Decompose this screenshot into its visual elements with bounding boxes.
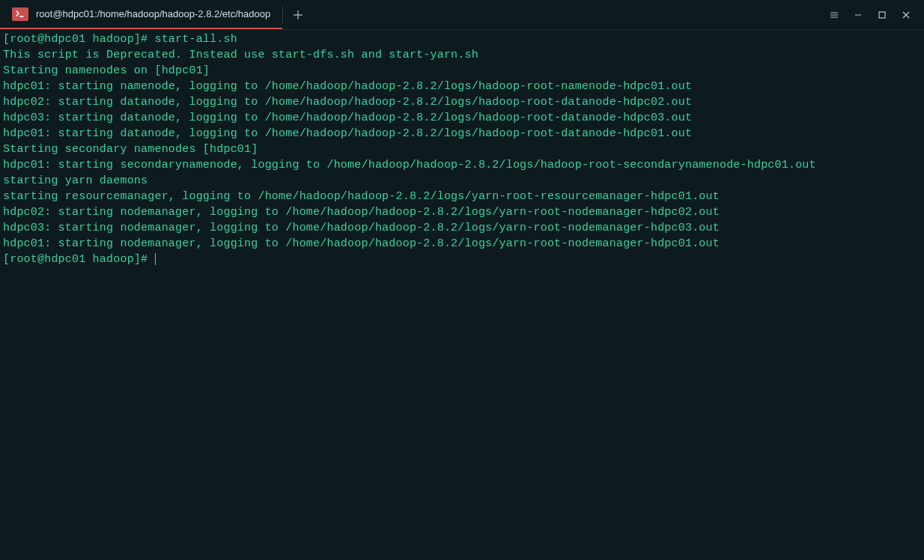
terminal-line: hdpc03: starting nodemanager, logging to… (3, 220, 921, 236)
terminal-output[interactable]: [root@hdpc01 hadoop]# start-all.shThis s… (0, 30, 924, 269)
terminal-line: hdpc02: starting datanode, logging to /h… (3, 94, 921, 110)
terminal-line: hdpc03: starting datanode, logging to /h… (3, 110, 921, 126)
titlebar-spacer[interactable] (313, 0, 824, 29)
terminal-line: Starting namenodes on [hdpc01] (3, 63, 921, 79)
terminal-line: This script is Deprecated. Instead use s… (3, 47, 921, 63)
tab-title: root@hdpc01:/home/hadoop/hadoop-2.8.2/et… (36, 8, 270, 19)
terminal-line: starting resourcemanager, logging to /ho… (3, 189, 921, 204)
terminal-line: hdpc01: starting datanode, logging to /h… (3, 126, 921, 141)
terminal-line: hdpc01: starting namenode, logging to /h… (3, 79, 921, 94)
maximize-button[interactable] (872, 4, 893, 25)
new-tab-button[interactable] (283, 0, 313, 29)
svg-rect-7 (879, 12, 885, 18)
terminal-line: [root@hdpc01 hadoop]# start-all.sh (3, 31, 921, 47)
terminal-line: hdpc01: starting secondarynamenode, logg… (3, 157, 921, 173)
terminal-prompt: [root@hdpc01 hadoop]# (3, 253, 154, 266)
terminal-icon (12, 7, 28, 21)
terminal-tab[interactable]: root@hdpc01:/home/hadoop/hadoop-2.8.2/et… (0, 0, 282, 29)
terminal-line: Starting secondary namenodes [hdpc01] (3, 141, 921, 157)
close-button[interactable] (896, 4, 917, 25)
window-controls (824, 0, 924, 29)
terminal-line: hdpc01: starting nodemanager, logging to… (3, 236, 921, 252)
titlebar: root@hdpc01:/home/hadoop/hadoop-2.8.2/et… (0, 0, 924, 30)
minimize-button[interactable] (848, 4, 869, 25)
terminal-cursor (155, 253, 156, 265)
terminal-line: starting yarn daemons (3, 173, 921, 189)
menu-button[interactable] (824, 4, 845, 25)
terminal-line: hdpc02: starting nodemanager, logging to… (3, 204, 921, 220)
